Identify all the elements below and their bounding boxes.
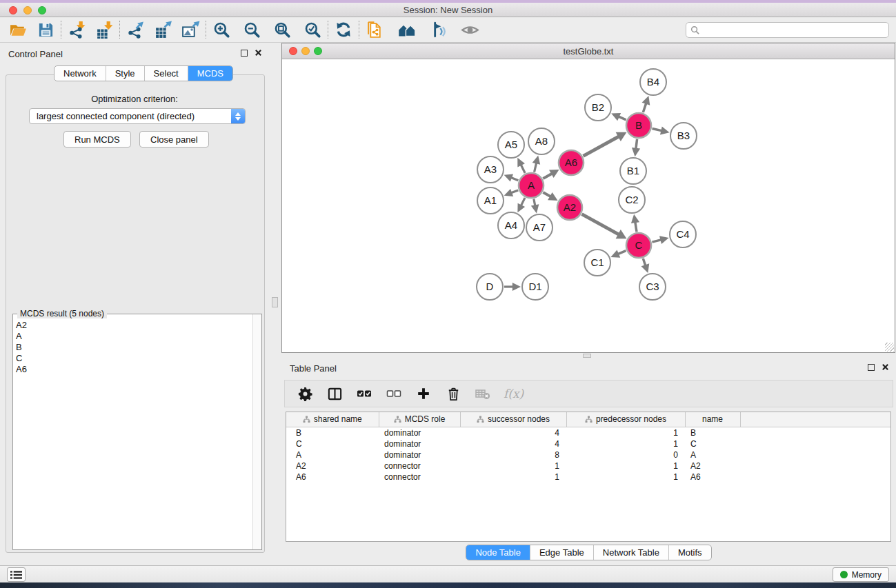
table-settings-icon[interactable]: [296, 385, 314, 403]
delete-table-icon[interactable]: [474, 385, 492, 403]
zoom-fit-icon[interactable]: [271, 19, 293, 40]
tab-motifs[interactable]: Motifs: [669, 545, 711, 560]
table-cell[interactable]: connector: [379, 460, 460, 472]
home-networks-icon[interactable]: [395, 19, 417, 40]
open-network-in-browser-icon[interactable]: [364, 19, 386, 40]
save-session-icon[interactable]: [34, 19, 57, 40]
split-panel-icon[interactable]: [326, 385, 344, 403]
resize-grip-icon[interactable]: [885, 343, 894, 352]
import-table-icon[interactable]: [93, 19, 115, 40]
mcds-result-item[interactable]: A6: [16, 364, 252, 375]
float-panel-icon[interactable]: [241, 50, 248, 57]
column-header[interactable]: shared name: [286, 412, 379, 427]
tab-network-table[interactable]: Network Table: [594, 545, 669, 560]
float-table-panel-icon[interactable]: [868, 364, 875, 371]
graph-edge-A-A6[interactable]: [543, 173, 552, 179]
column-header[interactable]: MCDS role: [379, 412, 460, 427]
select-all-icon[interactable]: [355, 385, 373, 403]
table-row[interactable]: A2connector11A2: [286, 460, 890, 472]
add-column-icon[interactable]: [415, 385, 432, 403]
close-panel-icon[interactable]: [255, 49, 262, 57]
table-row[interactable]: Bdominator41B: [286, 427, 890, 438]
table-row[interactable]: Adominator80A: [286, 449, 890, 460]
delete-column-icon[interactable]: [444, 385, 462, 403]
run-mcds-button[interactable]: Run MCDS: [63, 131, 131, 148]
close-table-panel-icon[interactable]: [882, 363, 889, 371]
table-cell[interactable]: A: [685, 449, 740, 460]
task-history-button[interactable]: [7, 567, 26, 582]
table-cell[interactable]: 1: [566, 460, 685, 472]
table-cell[interactable]: 1: [460, 460, 566, 472]
network-window-titlebar[interactable]: testGlobe.txt: [282, 43, 895, 59]
table-cell[interactable]: dominator: [379, 427, 460, 438]
table-cell[interactable]: dominator: [379, 449, 460, 460]
close-panel-button[interactable]: Close panel: [139, 131, 209, 148]
vertical-splitter-handle[interactable]: [272, 297, 278, 307]
export-network-icon[interactable]: [124, 19, 146, 40]
table-cell[interactable]: B: [286, 427, 379, 438]
graph-edge-C-C4[interactable]: [652, 240, 661, 243]
refresh-icon[interactable]: [332, 19, 355, 40]
search-input[interactable]: [686, 22, 889, 38]
function-builder-icon[interactable]: f(x): [504, 385, 524, 403]
column-header[interactable]: name: [685, 412, 740, 427]
tab-select[interactable]: Select: [145, 66, 188, 81]
zoom-out-icon[interactable]: [241, 19, 263, 40]
table-cell[interactable]: A2: [685, 460, 740, 472]
zoom-selected-icon[interactable]: [301, 19, 323, 40]
graph-edge-A6-B[interactable]: [584, 136, 619, 156]
table-cell[interactable]: C: [286, 438, 379, 449]
table-cell[interactable]: 1: [566, 427, 685, 438]
memory-button[interactable]: Memory: [833, 567, 889, 582]
table-cell[interactable]: 4: [460, 438, 566, 449]
graphics-details-icon[interactable]: [427, 19, 449, 40]
graph-edge-B-B4[interactable]: [643, 103, 646, 112]
graph-edge-B-B3[interactable]: [652, 128, 662, 130]
graph-edge-B-B1[interactable]: [636, 139, 637, 150]
column-header[interactable]: successor nodes: [460, 412, 566, 427]
open-session-icon[interactable]: [7, 19, 29, 40]
graph-edge-A-A5[interactable]: [521, 164, 525, 173]
table-cell[interactable]: connector: [379, 472, 460, 483]
export-table-icon[interactable]: [152, 19, 174, 40]
tab-edge-table[interactable]: Edge Table: [530, 545, 594, 560]
table-cell[interactable]: A2: [286, 460, 379, 472]
graph-edge-C-C2[interactable]: [635, 221, 637, 232]
import-network-icon[interactable]: [66, 19, 88, 40]
table-cell[interactable]: A6: [286, 472, 379, 483]
graph-edge-C-C1[interactable]: [617, 251, 626, 254]
graph-edge-A2-C[interactable]: [582, 214, 619, 235]
table-cell[interactable]: A: [286, 449, 379, 460]
table-cell[interactable]: 1: [460, 472, 566, 483]
mcds-result-list[interactable]: A2ABCA6: [13, 316, 252, 549]
graph-edge-A-A8[interactable]: [535, 162, 537, 172]
table-row[interactable]: Cdominator41C: [286, 438, 890, 449]
mcds-result-item[interactable]: C: [16, 353, 252, 364]
column-header[interactable]: predecessor nodes: [566, 412, 685, 427]
mcds-result-item[interactable]: A: [16, 331, 252, 342]
graph-edge-A-A4[interactable]: [521, 198, 525, 206]
table-cell[interactable]: C: [685, 438, 740, 449]
table-row[interactable]: A6connector11A6: [286, 472, 890, 483]
table-cell[interactable]: 8: [460, 449, 566, 460]
export-image-icon[interactable]: [179, 19, 201, 40]
mcds-result-item[interactable]: B: [16, 342, 252, 353]
tab-mcds[interactable]: MCDS: [188, 66, 232, 81]
table-cell[interactable]: 4: [460, 427, 566, 438]
tab-style[interactable]: Style: [106, 66, 145, 81]
network-canvas[interactable]: AA1A2A3A4A5A6A7A8BB1B2B3B4CC1C2C3C4DD1: [282, 59, 895, 352]
table-cell[interactable]: 0: [566, 449, 685, 460]
criterion-dropdown[interactable]: largest connected component (directed): [29, 108, 246, 124]
table-cell[interactable]: A6: [685, 472, 740, 483]
zoom-in-icon[interactable]: [210, 19, 232, 40]
table-cell[interactable]: B: [685, 427, 740, 438]
graph-edge-A-A2[interactable]: [543, 192, 551, 197]
tab-node-table[interactable]: Node Table: [466, 545, 530, 560]
eye-icon[interactable]: [459, 19, 481, 40]
scrollbar-track[interactable]: [252, 314, 261, 549]
mcds-result-item[interactable]: A2: [16, 320, 252, 331]
table-cell[interactable]: 1: [566, 472, 685, 483]
table-cell[interactable]: 1: [566, 438, 685, 449]
tab-network[interactable]: Network: [54, 66, 106, 81]
deselect-all-icon[interactable]: [385, 385, 403, 403]
